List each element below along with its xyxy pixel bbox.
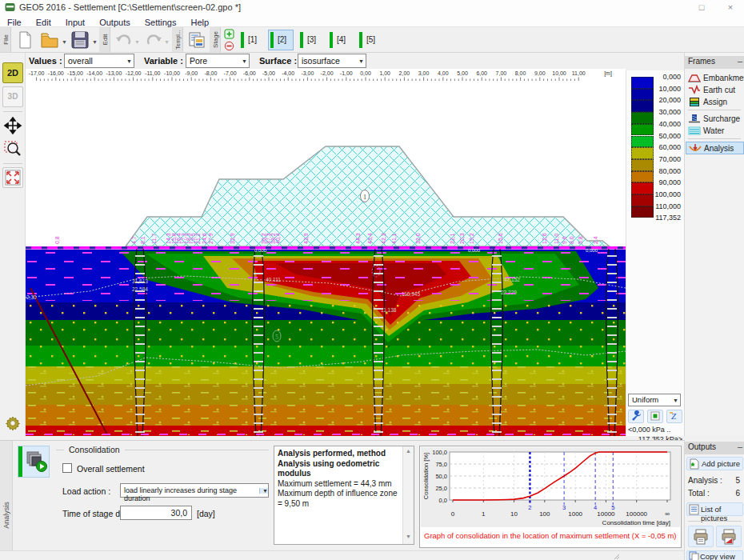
templates-icon — [186, 30, 207, 50]
redo-icon — [143, 30, 164, 50]
stage-button-4[interactable]: [4] — [327, 30, 353, 50]
group-rule-left — [56, 450, 64, 450]
frame-item-embankment[interactable]: Embankment — [686, 72, 744, 85]
svg-text:40,4: 40,4 — [275, 233, 281, 244]
scale-distribution-arrow-icon: ▼ — [673, 398, 678, 403]
open-dropdown-arrow[interactable]: ▼ — [62, 39, 67, 45]
stage-buttons: [1][2][3][4][5] — [238, 27, 414, 53]
maximize-button[interactable]: □ — [693, 2, 710, 13]
consolidation-group-title: Consolidation — [66, 445, 123, 454]
svg-text:22,229: 22,229 — [501, 290, 517, 295]
svg-text:0: 0 — [451, 510, 455, 518]
analysis-mode-tab[interactable]: Analysis — [0, 441, 13, 551]
duration-unit-label: [day] — [197, 509, 215, 518]
zoom-window-button[interactable] — [2, 138, 23, 159]
templates-button[interactable] — [186, 29, 208, 51]
svg-text:9,00: 9,00 — [534, 70, 546, 76]
svg-text:27,9: 27,9 — [208, 233, 214, 244]
frame-item-water[interactable]: Water — [686, 125, 744, 138]
results-scrollbar[interactable]: ▲▼ — [402, 446, 414, 544]
scale-settings-button[interactable] — [628, 410, 644, 423]
zoom-fit-icon — [3, 168, 22, 187]
total-count-row: Total :6 — [688, 489, 742, 498]
drawing-canvas[interactable]: 0,84,78,111,714,315,816,417,318,319,521,… — [26, 82, 626, 436]
svg-text:0,00: 0,00 — [360, 70, 371, 76]
new-file-button[interactable] — [14, 29, 36, 51]
scale-color-button[interactable] — [647, 410, 663, 423]
load-action-label: Load action : — [62, 486, 110, 496]
scroll-down-icon[interactable]: ▼ — [403, 534, 414, 539]
svg-text:∞: ∞ — [665, 510, 670, 518]
svg-text:22,1: 22,1 — [450, 233, 455, 244]
open-folder-icon — [39, 30, 60, 50]
svg-text:Consolidation time [day]: Consolidation time [day] — [602, 519, 670, 526]
scale-range-button[interactable]: Z — [666, 410, 682, 423]
frames-panel: Frames– Embankment Earth cut Assign Surc… — [684, 53, 744, 436]
add-picture-button[interactable]: Add picture — [686, 457, 743, 470]
variable-select[interactable]: Pore pressure▼ — [186, 54, 250, 68]
view-3d-button[interactable]: 3D — [2, 86, 23, 107]
window-title: GEO5 2016 - Settlement [C:\Settlement\sc… — [19, 2, 241, 12]
pan-tool-button[interactable] — [2, 115, 23, 136]
total-count: 6 — [735, 489, 740, 498]
svg-text:43,4: 43,4 — [367, 233, 373, 244]
print-preview-button[interactable] — [716, 526, 742, 547]
open-file-button[interactable]: ▼ — [38, 29, 67, 51]
consolidation-group: Consolidation Overall settlement Load ac… — [54, 444, 270, 546]
frame-item-earth-cut[interactable]: Earth cut — [686, 84, 744, 97]
view-2d-button[interactable]: 2D — [2, 62, 23, 83]
toolbar-group-file: File — [0, 27, 11, 52]
surface-select[interactable]: isosurface▼ — [298, 54, 366, 68]
analysis-results-box: Analysis performed, method Analysis usin… — [274, 446, 414, 545]
duration-input[interactable]: 30,0 — [120, 506, 192, 520]
svg-text:0,000: 0,000 — [468, 248, 481, 253]
scale-label-11: 110,000 — [630, 202, 681, 210]
add-stage-icon — [224, 29, 234, 39]
consolidation-graph: 0110100100010000100000∞100,075,050,025,0… — [421, 447, 680, 527]
svg-text:11,0: 11,0 — [554, 234, 559, 244]
scale-label-2: 20,000 — [630, 96, 681, 104]
settings-gear-button[interactable] — [2, 413, 23, 434]
svg-text:116,945: 116,945 — [402, 291, 420, 297]
add-stage-button[interactable] — [224, 28, 235, 39]
svg-text:-3,00: -3,00 — [301, 70, 314, 76]
outputs-minimize-icon[interactable]: – — [738, 442, 742, 451]
svg-text:2,00: 2,00 — [399, 70, 410, 76]
svg-text:42,3: 42,3 — [381, 233, 386, 244]
overall-settlement-checkbox[interactable] — [62, 463, 72, 473]
close-button[interactable]: × — [722, 2, 739, 13]
graph-caption: Graph of consolidation in the location o… — [424, 531, 677, 540]
frame-item-analysis[interactable]: Analysis — [686, 142, 744, 154]
values-label: Values : — [29, 56, 62, 66]
run-analysis-button[interactable] — [18, 446, 50, 478]
values-select[interactable]: overall▼ — [64, 54, 134, 68]
stage-button-5[interactable]: [5] — [357, 30, 382, 50]
load-action-select[interactable]: load linearly increases during stage dur… — [120, 483, 269, 498]
menu-bar: FileEditInputOutputsSettingsHelp — [0, 14, 744, 27]
stage-button-3[interactable]: [3] — [298, 30, 323, 50]
results-max-settlement: Maximum settlement = 44,3 mm — [278, 479, 398, 490]
stage-button-1[interactable]: [1] — [238, 30, 264, 50]
print-button[interactable] — [688, 526, 714, 547]
scale-label-4: 40,000 — [630, 120, 681, 128]
save-button[interactable]: ▼ — [69, 29, 98, 51]
copy-view-button[interactable]: Copy view — [686, 550, 743, 560]
remove-stage-button[interactable] — [224, 40, 235, 51]
zoom-fit-button[interactable] — [2, 167, 23, 188]
svg-text:100,0: 100,0 — [432, 449, 447, 456]
svg-text:2: 2 — [528, 504, 531, 511]
frame-item-surcharge[interactable]: Surcharge — [686, 113, 744, 126]
list-of-pictures-button[interactable]: List of pictures — [686, 502, 743, 516]
scroll-up-icon[interactable]: ▲ — [403, 448, 414, 454]
svg-text:75,0: 75,0 — [435, 461, 447, 468]
stage-button-2[interactable]: [2] — [268, 30, 294, 50]
scale-distribution-select[interactable]: Uniform▼ — [628, 394, 681, 406]
redo-button[interactable]: ▼ — [142, 29, 170, 51]
svg-text:32,9: 32,9 — [230, 233, 235, 244]
save-dropdown-arrow[interactable]: ▼ — [92, 39, 98, 45]
frames-minimize-icon[interactable]: – — [738, 56, 742, 66]
scale-label-3: 30,000 — [630, 108, 681, 116]
results-method: Analysis performed, method Analysis usin… — [278, 449, 398, 479]
frame-item-assign[interactable]: Assign — [686, 96, 744, 109]
undo-button[interactable]: ▼ — [113, 29, 140, 51]
